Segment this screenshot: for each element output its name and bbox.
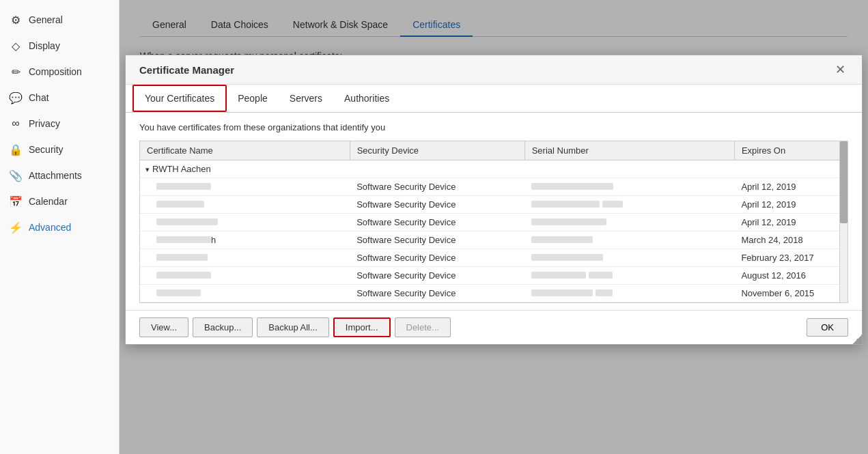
sidebar-item-calendar[interactable]: 📅 Calendar <box>0 188 119 214</box>
modal-header: Certificate Manager ✕ <box>126 55 862 85</box>
sidebar-item-composition[interactable]: ✏ Composition <box>0 59 119 85</box>
sidebar-item-label: Calendar <box>29 196 68 207</box>
table-row[interactable]: Software Security DeviceApril 12, 2019 <box>140 178 839 196</box>
modal-footer: View... Backup... Backup All... Import..… <box>126 310 862 344</box>
sidebar-item-advanced[interactable]: ⚡ Advanced <box>0 214 119 240</box>
modal-overlay: Certificate Manager ✕ Your Certificates … <box>120 0 868 454</box>
lock-icon: 🔒 <box>10 143 22 156</box>
table-row[interactable]: hSoftware Security DeviceMarch 24, 2018 <box>140 231 839 249</box>
sidebar-item-chat[interactable]: 💬 Chat <box>0 85 119 111</box>
delete-button[interactable]: Delete... <box>395 317 451 337</box>
modal-tab-your-certificates[interactable]: Your Certificates <box>132 85 227 112</box>
sidebar-item-security[interactable]: 🔒 Security <box>0 137 119 162</box>
col-cert-name: Certificate Name <box>140 141 350 160</box>
certificate-table-container: Certificate Name Security Device Serial … <box>139 141 848 303</box>
table-row[interactable]: Software Security Device August 12, 2016 <box>140 267 839 285</box>
sidebar-item-label: Advanced <box>29 222 71 233</box>
backup-button[interactable]: Backup... <box>193 317 253 337</box>
sidebar-item-display[interactable]: ◇ Display <box>0 33 119 59</box>
attachment-icon: 📎 <box>10 169 22 182</box>
sidebar-item-attachments[interactable]: 📎 Attachments <box>0 162 119 188</box>
modal-tab-people[interactable]: People <box>227 85 279 113</box>
sidebar-item-label: Attachments <box>29 170 82 181</box>
sidebar: ⚙ General ◇ Display ✏ Composition 💬 Chat… <box>0 0 120 454</box>
table-row[interactable]: Software Security Device November 6, 201… <box>140 285 839 302</box>
footer-action-buttons: View... Backup... Backup All... Import..… <box>139 317 451 337</box>
col-expires-on: Expires On <box>734 141 839 160</box>
table-row[interactable]: Software Security Device April 12, 2019 <box>140 196 839 214</box>
sidebar-item-label: Display <box>29 40 60 51</box>
ok-button[interactable]: OK <box>807 318 848 337</box>
modal-title: Certificate Manager <box>139 64 234 76</box>
modal-tab-authorities[interactable]: Authorities <box>333 85 400 113</box>
gear-icon: ⚙ <box>10 14 22 26</box>
certificate-manager-modal: Certificate Manager ✕ Your Certificates … <box>125 55 863 345</box>
backup-all-button[interactable]: Backup All... <box>257 317 329 337</box>
sidebar-item-label: Security <box>29 144 64 155</box>
sidebar-item-label: Composition <box>29 66 82 77</box>
chat-icon: 💬 <box>10 91 22 104</box>
privacy-icon: ∞ <box>10 117 22 130</box>
sidebar-item-label: Chat <box>29 92 49 103</box>
sidebar-item-label: Privacy <box>29 118 60 129</box>
calendar-icon: 📅 <box>10 195 22 208</box>
modal-description: You have certificates from these organiz… <box>139 122 848 132</box>
resize-handle[interactable] <box>852 335 862 344</box>
display-icon: ◇ <box>10 40 22 52</box>
modal-tab-servers[interactable]: Servers <box>279 85 333 113</box>
table-row[interactable]: Software Security DeviceApril 12, 2019 <box>140 214 839 231</box>
modal-tabs-bar: Your Certificates People Servers Authori… <box>126 85 862 113</box>
import-button[interactable]: Import... <box>333 317 391 337</box>
col-security-device: Security Device <box>350 141 524 160</box>
scrollbar-thumb <box>840 141 848 223</box>
modal-close-button[interactable]: ✕ <box>832 63 848 76</box>
view-button[interactable]: View... <box>139 317 188 337</box>
certificate-table-scroll[interactable]: Certificate Name Security Device Serial … <box>140 141 839 302</box>
certificate-table: Certificate Name Security Device Serial … <box>140 141 839 302</box>
table-row[interactable]: Software Security DeviceFebruary 23, 201… <box>140 249 839 267</box>
scrollbar-track[interactable] <box>839 141 848 302</box>
sidebar-item-general[interactable]: ⚙ General <box>0 7 119 33</box>
sidebar-item-label: General <box>29 14 63 25</box>
modal-body: You have certificates from these organiz… <box>126 113 862 310</box>
advanced-icon: ⚡ <box>10 221 22 233</box>
cert-group-row: ▾RWTH Aachen <box>140 160 839 178</box>
main-content: General Data Choices Network & Disk Spac… <box>120 0 868 454</box>
composition-icon: ✏ <box>10 66 22 78</box>
sidebar-item-privacy[interactable]: ∞ Privacy <box>0 111 119 137</box>
col-serial-number: Serial Number <box>524 141 734 160</box>
